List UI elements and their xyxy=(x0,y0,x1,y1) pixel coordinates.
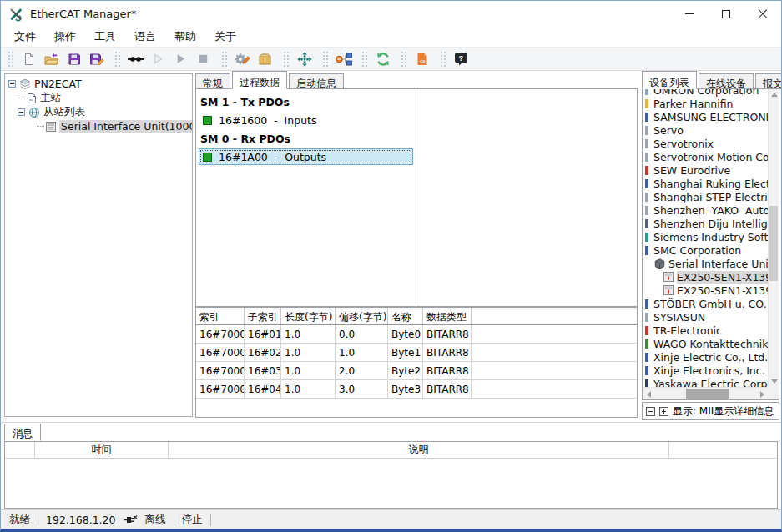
device-list-item[interactable]: Siemens Industry Softw xyxy=(643,230,768,243)
close-button[interactable] xyxy=(744,1,781,27)
refresh-button[interactable] xyxy=(372,48,393,69)
table-cell-filler xyxy=(472,380,637,398)
device-list-item[interactable]: SMC Corporation xyxy=(643,243,768,257)
pdo-item[interactable]: 16#1600 - Inputs xyxy=(199,112,413,128)
tree-node-slave[interactable]: Serial Interface Unit(1000) xyxy=(5,119,192,133)
export-log-button[interactable]: ca xyxy=(411,48,432,69)
refresh-icon xyxy=(376,52,391,67)
save-button[interactable] xyxy=(63,48,84,69)
collapse-expander-icon[interactable] xyxy=(18,108,25,116)
menu-item-2[interactable]: 工具 xyxy=(85,27,125,47)
table-row[interactable]: 16#700016#011.00.0Byte0BITARR8 xyxy=(196,325,637,344)
scroll-right-arrow[interactable] xyxy=(756,388,768,400)
device-list-item[interactable]: SEW Eurodrive xyxy=(643,163,768,177)
device-list-item[interactable]: Servo xyxy=(643,123,768,137)
pdo-checkbox[interactable] xyxy=(203,116,212,125)
menu-item-0[interactable]: 文件 xyxy=(5,27,45,47)
network-disconnected-icon xyxy=(124,514,138,525)
device-list-item[interactable]: Parker Hannifin xyxy=(643,97,768,110)
collapse-all-button[interactable] xyxy=(646,407,655,416)
device-list-item[interactable]: EX250-SEN1-X139 xyxy=(643,284,768,297)
table-row[interactable]: 16#700016#021.01.0Byte1BITARR8 xyxy=(196,344,637,362)
vertical-scroll-thumb[interactable] xyxy=(769,206,778,281)
device-label: Shanghai Ruking Electro xyxy=(653,178,768,190)
topology-button[interactable] xyxy=(294,48,315,69)
device-list-item[interactable]: Shanghai STEP Electric xyxy=(643,190,768,203)
node-config-button[interactable] xyxy=(333,48,354,69)
menu-item-3[interactable]: 语言 xyxy=(125,27,165,47)
settings-edit-button[interactable] xyxy=(232,48,253,69)
table-row[interactable]: 16#700016#031.02.0Byte2BITARR8 xyxy=(196,362,637,380)
save-as-button[interactable] xyxy=(86,48,107,69)
table-cell: Byte0 xyxy=(388,325,423,343)
tab-center-1[interactable]: 过程数据 xyxy=(232,71,287,89)
tree-node-master[interactable]: 主站 xyxy=(5,91,192,105)
run-button[interactable] xyxy=(170,48,191,69)
expand-all-button[interactable] xyxy=(659,407,668,416)
help-button[interactable]: ? xyxy=(451,48,472,69)
tab-center-0[interactable]: 常规 xyxy=(195,73,230,89)
device-label: SAMSUNG ELECTRONIC xyxy=(653,111,768,123)
device-list-item[interactable]: Shanghai Ruking Electro xyxy=(643,177,768,190)
device-list-item[interactable]: Xinje Electric Co., Ltd. xyxy=(643,350,768,364)
slave-module-icon xyxy=(46,122,56,132)
vertical-scrollbar[interactable] xyxy=(768,89,779,387)
tree-node-slave-list[interactable]: 从站列表 xyxy=(5,105,192,119)
device-list-item[interactable]: EX250-SEN1-X139 xyxy=(643,270,768,284)
minimize-button[interactable] xyxy=(671,1,708,27)
maximize-button[interactable] xyxy=(708,1,744,27)
run-outline-button[interactable] xyxy=(148,48,169,69)
device-list-item[interactable]: Serial Interface Unit xyxy=(643,257,768,270)
tab-right-2[interactable]: 报文 xyxy=(755,73,782,89)
tab-right-1[interactable]: 在线设备 xyxy=(699,73,754,89)
device-list-item[interactable]: Servotronix xyxy=(643,137,768,150)
tab-right-0[interactable]: 设备列表 xyxy=(642,71,697,89)
scroll-down-arrow[interactable] xyxy=(769,376,779,387)
pdo-entry-table: 索引子索引长度(字节)偏移(字节)名称数据类型 16#700016#011.00… xyxy=(195,307,638,418)
device-list-item[interactable]: SAMSUNG ELECTRONIC xyxy=(643,110,768,123)
pdo-item[interactable]: 16#1A00 - Outputs xyxy=(199,148,413,165)
tab-center-2[interactable]: 启动信息 xyxy=(289,73,344,89)
device-label: TR-Electronic xyxy=(653,324,722,337)
device-list-item[interactable]: OMRON Corporation xyxy=(643,89,768,97)
new-file-button[interactable] xyxy=(18,48,39,69)
device-list-item[interactable]: WAGO Kontakttechnik ( xyxy=(643,337,768,350)
menu-item-1[interactable]: 操作 xyxy=(45,27,85,47)
toolbar: ca? xyxy=(1,47,781,71)
package-button[interactable] xyxy=(255,48,275,69)
horizontal-scrollbar[interactable] xyxy=(643,387,768,399)
tab-messages[interactable]: 消息 xyxy=(4,424,41,441)
device-list-item[interactable]: Xinje Electronics, Inc. xyxy=(643,364,768,377)
vendor-logo-icon xyxy=(645,206,648,215)
collapse-expander-icon[interactable] xyxy=(8,80,16,88)
title-bar: EtherCAT Manager* xyxy=(1,1,781,27)
tree-node-root[interactable]: PN2ECAT xyxy=(5,77,192,91)
open-file-button[interactable] xyxy=(41,48,62,69)
device-list-item[interactable]: STÖBER GmbH u. CO. K xyxy=(643,297,768,310)
device-list-item[interactable]: TR-Electronic xyxy=(643,324,768,337)
stop-button[interactable] xyxy=(193,48,214,69)
device-list-item[interactable]: Shenzhen YAKO Autor xyxy=(643,203,768,217)
scroll-left-arrow[interactable] xyxy=(643,388,654,400)
table-cell-filler xyxy=(472,325,637,343)
device-list-item[interactable]: SYSIASUN xyxy=(643,310,768,324)
new-file-icon xyxy=(23,53,36,66)
table-row[interactable]: 16#700016#041.03.0Byte3BITARR8 xyxy=(196,380,637,399)
vendor-logo-icon xyxy=(645,219,648,228)
scroll-up-arrow[interactable] xyxy=(769,89,779,100)
module-icon xyxy=(663,285,674,295)
menu-item-5[interactable]: 关于 xyxy=(205,27,245,47)
horizontal-scroll-thumb[interactable] xyxy=(686,389,729,399)
device-list-item[interactable]: Yaskawa Electric Corpor xyxy=(643,377,768,387)
pdo-checkbox[interactable] xyxy=(203,153,212,162)
connect-button[interactable] xyxy=(125,48,146,69)
status-ready: 就绪 xyxy=(9,513,30,527)
arrow-down-icon xyxy=(771,379,778,384)
device-list-item[interactable]: Shenzhen Diju Intelliger xyxy=(643,217,768,230)
table-cell: 1.0 xyxy=(281,344,336,361)
menu-item-4[interactable]: 帮助 xyxy=(165,27,205,47)
device-list-item[interactable]: Servotronix Motion Con xyxy=(643,150,768,163)
maximize-icon xyxy=(722,10,730,18)
vendor-logo-icon xyxy=(645,179,648,188)
device-label: Shenzhen Diju Intelliger xyxy=(653,218,768,230)
